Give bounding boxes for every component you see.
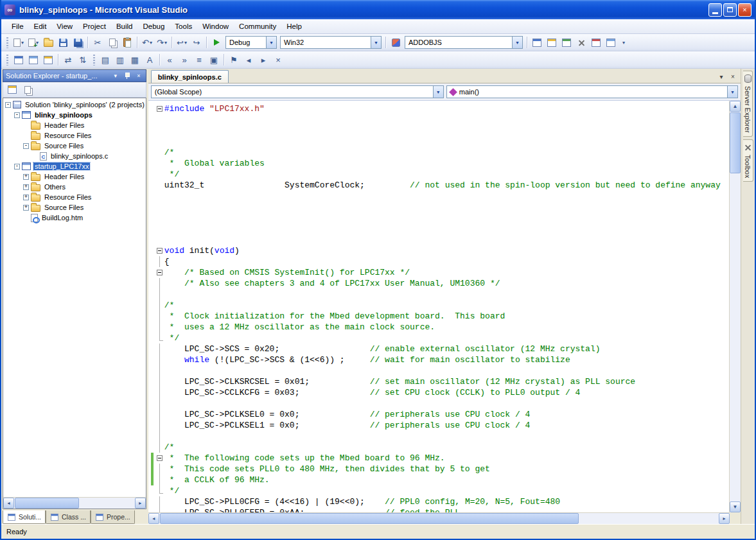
member-dropdown[interactable]: main() ▼	[446, 85, 738, 98]
menu-tools[interactable]: Tools	[170, 21, 197, 32]
solution-configurations-combo[interactable]: Debug▼	[225, 36, 277, 49]
resource-view-button[interactable]	[26, 53, 40, 67]
class-view-button[interactable]	[12, 53, 26, 67]
tree-item-header-files[interactable]: +Header Files	[3, 171, 146, 182]
expand-toggle-icon[interactable]: -	[23, 143, 29, 149]
save-button[interactable]	[56, 35, 70, 49]
code-editor[interactable]: #include "LPC17xx.h"/* * Global variable…	[148, 101, 729, 512]
find-symbol-icon[interactable]	[389, 35, 403, 49]
tool-tab-prope[interactable]: Prope...	[91, 510, 135, 524]
tree-item-blinky-spinloops[interactable]: -blinky_spinloops	[3, 110, 146, 120]
object-browser-button[interactable]	[559, 35, 574, 49]
new-project-button[interactable]: ▾	[12, 35, 26, 49]
fold-collapse-icon[interactable]	[157, 270, 163, 275]
properties-window-button[interactable]	[545, 35, 559, 49]
add-new-item-button[interactable]: ▾	[26, 35, 40, 49]
scroll-right-icon[interactable]: ▸	[135, 498, 146, 509]
menu-help[interactable]: Help	[281, 21, 307, 32]
fold-collapse-icon[interactable]	[157, 106, 163, 112]
expand-toggle-icon[interactable]: -	[14, 112, 20, 118]
copy-button[interactable]	[105, 35, 119, 49]
error-list-button[interactable]	[589, 35, 603, 49]
expand-toggle-icon[interactable]: +	[23, 174, 29, 180]
close-button[interactable]: ×	[738, 3, 752, 17]
navigate-forward-button[interactable]: ↪	[189, 35, 204, 49]
open-file-button[interactable]	[41, 35, 55, 49]
tree-item-resource-files[interactable]: Resource Files	[3, 130, 146, 141]
display-quick-info-button[interactable]: ▦	[128, 53, 142, 67]
toolbox-button[interactable]	[574, 35, 588, 49]
chevron-down-icon[interactable]: ▼	[727, 86, 737, 98]
next-bookmark-button[interactable]: ▸	[256, 53, 270, 67]
close-document-icon[interactable]: ×	[728, 71, 738, 82]
chevron-down-icon[interactable]: ▼	[266, 37, 276, 48]
tool-tab-soluti[interactable]: Soluti...	[3, 510, 46, 524]
toolbar-grip[interactable]	[6, 37, 8, 48]
toggle-bookmark-button[interactable]: ⚑	[227, 53, 241, 67]
document-list-icon[interactable]: ▾	[716, 71, 726, 82]
minimize-button[interactable]	[708, 3, 722, 17]
scroll-left-icon[interactable]: ◂	[148, 513, 159, 524]
scroll-thumb[interactable]	[730, 112, 741, 173]
properties-icon[interactable]	[5, 83, 19, 97]
sort-items-button[interactable]: ⇅	[76, 53, 90, 67]
editor-hscrollbar[interactable]: ◂ ▸	[148, 512, 730, 524]
chevron-down-icon[interactable]: ▾	[150, 40, 152, 46]
toolbar-grip[interactable]	[6, 55, 8, 65]
autohide-tab-toolbox[interactable]: Toolbox	[743, 139, 753, 182]
cut-button[interactable]: ✂	[91, 35, 105, 49]
chevron-down-icon[interactable]: ▼	[512, 37, 522, 48]
uncomment-selection-button[interactable]: ▣	[207, 53, 221, 67]
chevron-down-icon[interactable]: ▾	[21, 40, 24, 46]
menu-view[interactable]: View	[51, 21, 78, 32]
expand-toggle-icon[interactable]: -	[5, 102, 11, 108]
document-tab[interactable]: blinky_spinloops.c	[151, 70, 229, 83]
show-all-files-icon[interactable]	[21, 83, 35, 97]
autohide-tab-server-explorer[interactable]: Server Explorer	[743, 71, 753, 137]
menu-build[interactable]: Build	[111, 21, 138, 32]
expand-toggle-icon[interactable]: -	[14, 164, 20, 170]
tree-item-solution-blinky-spinloops-2-projects[interactable]: -Solution 'blinky_spinloops' (2 projects…	[3, 100, 146, 110]
window-position-icon[interactable]: ▾	[111, 71, 120, 80]
undo-button[interactable]: ↶▾	[140, 35, 154, 49]
fold-collapse-icon[interactable]	[157, 455, 163, 461]
scroll-up-icon[interactable]: ▲	[730, 101, 741, 112]
comment-selection-button[interactable]: ≡	[192, 53, 206, 67]
solution-explorer-button[interactable]	[530, 35, 544, 49]
properties-button[interactable]	[41, 53, 55, 67]
menu-project[interactable]: Project	[78, 21, 111, 32]
sync-views-button[interactable]: ⇄	[61, 53, 75, 67]
tree-item-source-files[interactable]: -Source Files	[3, 141, 146, 151]
editor-vscrollbar[interactable]: ▲ ▼	[729, 101, 741, 512]
tree-item-header-files[interactable]: Header Files	[3, 120, 146, 130]
scroll-left-icon[interactable]: ◂	[3, 498, 14, 509]
command-window-button[interactable]	[604, 35, 618, 49]
display-member-list-button[interactable]: ▤	[98, 53, 112, 67]
scope-dropdown[interactable]: (Global Scope) ▼	[151, 85, 444, 98]
display-parameter-info-button[interactable]: ▥	[113, 53, 127, 67]
close-panel-icon[interactable]: ×	[134, 71, 143, 80]
redo-button[interactable]: ↷▾	[155, 35, 169, 49]
solution-platforms-combo[interactable]: Win32▼	[280, 36, 382, 49]
expand-toggle-icon[interactable]: +	[23, 195, 29, 200]
scroll-down-icon[interactable]: ▼	[730, 501, 741, 512]
chevron-down-icon[interactable]: ▾	[164, 40, 167, 46]
tree-item-blinky-spinloops-c[interactable]: Cblinky_spinloops.c	[3, 151, 146, 161]
decrease-indent-button[interactable]: «	[163, 53, 177, 67]
navigate-backward-button[interactable]: ↩▾	[175, 35, 189, 49]
previous-bookmark-button[interactable]: ◂	[242, 53, 256, 67]
tree-item-resource-files[interactable]: +Resource Files	[3, 192, 146, 202]
fold-collapse-icon[interactable]	[157, 248, 163, 254]
menu-file[interactable]: File	[6, 21, 29, 32]
maximize-button[interactable]	[723, 3, 737, 17]
menu-window[interactable]: Window	[197, 21, 234, 32]
increase-indent-button[interactable]: »	[177, 53, 191, 67]
scroll-right-icon[interactable]: ▸	[719, 513, 730, 524]
chevron-down-icon[interactable]: ▾	[184, 40, 187, 46]
toolbar-options-icon[interactable]: ▾	[620, 40, 628, 46]
auto-hide-pin-icon[interactable]	[123, 71, 132, 80]
tree-item-startup-lpc17xx[interactable]: -startup_LPC17xx	[3, 161, 146, 171]
save-all-button[interactable]	[71, 35, 85, 49]
menu-debug[interactable]: Debug	[137, 21, 170, 32]
scroll-thumb[interactable]	[160, 513, 579, 524]
